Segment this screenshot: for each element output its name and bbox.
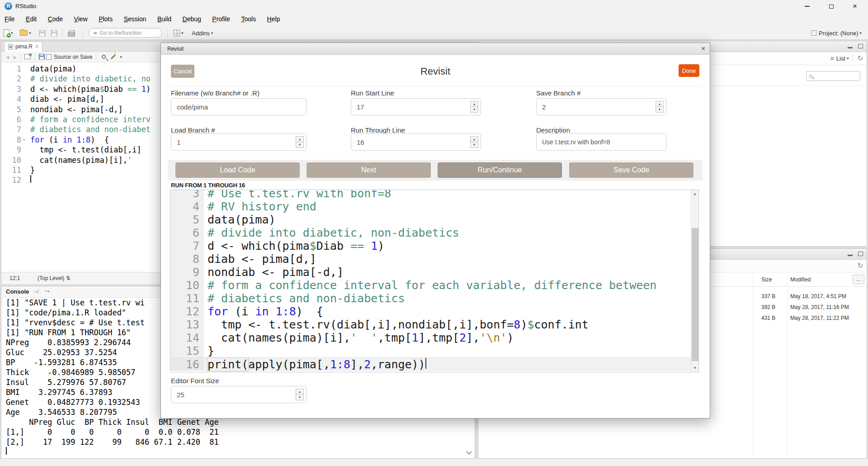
menu-plots[interactable]: Plots bbox=[94, 13, 117, 23]
run-start-stepper[interactable]: 17 ▲ ▼ bbox=[351, 98, 481, 115]
load-branch-stepper[interactable]: 1 ▲ ▼ bbox=[171, 133, 307, 151]
toolbar-separator bbox=[82, 29, 83, 38]
print-button[interactable] bbox=[68, 28, 75, 38]
menu-build[interactable]: Build bbox=[153, 13, 176, 23]
column-size[interactable]: Size bbox=[761, 276, 772, 283]
refresh-icon[interactable]: ↻ bbox=[857, 54, 863, 62]
scroll-down-icon[interactable]: ▼ bbox=[691, 364, 698, 372]
spin-up-button[interactable]: ▲ bbox=[296, 137, 303, 142]
code-scrollbar[interactable]: ▲ ▼ bbox=[691, 190, 698, 372]
goto-file-search[interactable]: ➔ bbox=[89, 28, 162, 38]
active-code-line: 16print(apply(pima[,1:8],2,range)) bbox=[170, 357, 692, 371]
goto-file-input[interactable] bbox=[99, 30, 154, 36]
minimize-pane-icon[interactable] bbox=[848, 47, 853, 48]
line-number: 6 bbox=[1, 114, 21, 124]
spin-down-button[interactable]: ▼ bbox=[471, 107, 478, 112]
spin-up-button[interactable]: ▲ bbox=[471, 101, 478, 107]
spin-up-button[interactable]: ▲ bbox=[296, 389, 303, 395]
separator bbox=[34, 53, 35, 61]
save-icon bbox=[39, 30, 46, 37]
scrollbar-thumb[interactable] bbox=[692, 228, 698, 361]
menu-debug[interactable]: Debug bbox=[178, 13, 206, 23]
scroll-up-icon[interactable]: ▲ bbox=[691, 190, 698, 198]
menu-file[interactable]: File bbox=[0, 13, 19, 23]
code-line: 3# Use t.test.rv with bonf=8 bbox=[170, 190, 692, 200]
menu-profile[interactable]: Profile bbox=[208, 13, 235, 23]
save-code-button[interactable]: Save Code bbox=[569, 162, 693, 178]
menu-tools[interactable]: Tools bbox=[236, 13, 260, 23]
line-number: 4 bbox=[170, 200, 204, 213]
tab-pima-r[interactable]: pima.R × bbox=[4, 41, 42, 52]
window-maximize-button[interactable] bbox=[821, 0, 842, 13]
popout-window-icon[interactable] bbox=[24, 54, 31, 59]
more-columns-button[interactable]: ... bbox=[853, 275, 864, 284]
environment-search-input[interactable] bbox=[815, 73, 856, 79]
save-all-button[interactable] bbox=[51, 28, 57, 38]
dialog-close-icon[interactable]: × bbox=[701, 44, 705, 52]
window-close-button[interactable]: × bbox=[844, 0, 865, 13]
addins-label: Addins bbox=[192, 30, 210, 37]
source-on-save-checkbox[interactable] bbox=[46, 54, 52, 60]
menu-view[interactable]: View bbox=[70, 13, 92, 23]
minimize-pane-icon[interactable] bbox=[848, 255, 853, 256]
window-title: RStudio bbox=[15, 3, 36, 10]
done-button[interactable]: Done bbox=[679, 64, 699, 77]
panes-layout-button[interactable]: ▾ bbox=[174, 28, 184, 38]
filename-field[interactable]: code/pima bbox=[171, 98, 307, 115]
spinner: ▲ ▼ bbox=[470, 136, 478, 148]
menu-code[interactable]: Code bbox=[43, 13, 67, 23]
spin-down-button[interactable]: ▼ bbox=[296, 142, 303, 147]
run-through-stepper[interactable]: 16 ▲ ▼ bbox=[351, 133, 481, 151]
spin-down-button[interactable]: ▼ bbox=[656, 107, 663, 112]
run-continue-button[interactable]: Run/Continue bbox=[438, 162, 562, 178]
line-number: 2 bbox=[1, 74, 21, 84]
window-minimize-button[interactable] bbox=[797, 0, 817, 13]
file-modified: May 28, 2017, 11:16 PM bbox=[790, 304, 849, 310]
spinner: ▲ ▼ bbox=[656, 101, 664, 113]
refresh-icon[interactable]: ↻ bbox=[857, 262, 863, 270]
window-bottom-edge bbox=[0, 459, 868, 466]
column-modified[interactable]: Modified bbox=[790, 276, 811, 283]
list-view-dropdown[interactable]: List bbox=[836, 55, 845, 62]
open-file-button[interactable]: ▾ bbox=[20, 28, 31, 38]
spin-down-button[interactable]: ▼ bbox=[296, 395, 303, 400]
chevron-down-icon: ▾ bbox=[29, 31, 31, 35]
next-button[interactable]: Next bbox=[307, 162, 431, 178]
spin-up-button[interactable]: ▲ bbox=[471, 137, 478, 142]
font-size-stepper[interactable]: 25 ▲ ▼ bbox=[171, 386, 307, 403]
save-button[interactable] bbox=[39, 28, 46, 38]
share-arrow-icon[interactable]: ↪ bbox=[45, 288, 50, 295]
spinner: ▲ ▼ bbox=[296, 389, 304, 400]
console-working-dir[interactable]: ~/ bbox=[34, 289, 38, 295]
tab-close-icon[interactable]: × bbox=[35, 43, 38, 50]
forward-icon[interactable]: ▸ bbox=[14, 53, 17, 61]
load-code-button[interactable]: Load Code bbox=[175, 162, 300, 178]
back-icon[interactable]: ◂ bbox=[6, 53, 9, 61]
maximize-pane-icon[interactable] bbox=[858, 252, 863, 256]
spin-down-icon: ▼ bbox=[658, 108, 661, 111]
addins-button[interactable]: Addins ▾ bbox=[192, 28, 213, 38]
dialog-code-editor[interactable]: 3# Use t.test.rv with bonf=8 4# RV histo… bbox=[170, 190, 699, 372]
code-tools-icon[interactable] bbox=[111, 54, 116, 59]
code-line: 7d <- which(pima$Diab == 1) bbox=[170, 239, 692, 252]
search-icon[interactable] bbox=[102, 55, 106, 59]
menu-session[interactable]: Session bbox=[119, 13, 151, 23]
save-icon[interactable] bbox=[39, 54, 45, 60]
spin-up-button[interactable]: ▲ bbox=[656, 101, 663, 107]
console-line: NPreg Gluc BP Thick Insul BMI Genet Age bbox=[1, 417, 475, 427]
menu-help[interactable]: Help bbox=[263, 13, 285, 23]
menu-edit[interactable]: Edit bbox=[21, 13, 41, 23]
project-selector[interactable]: Project: (None) ▾ bbox=[811, 28, 862, 38]
scope-selector[interactable]: (Top Level) ⇅ bbox=[38, 275, 71, 281]
spin-down-button[interactable]: ▼ bbox=[471, 142, 478, 147]
description-field[interactable]: Use t.test.rv with bonf=8 bbox=[536, 133, 666, 151]
text-cursor bbox=[425, 358, 426, 369]
line-number: 1 bbox=[1, 64, 21, 74]
maximize-pane-icon[interactable] bbox=[858, 44, 863, 48]
font-size-label: Editor Font Size bbox=[171, 377, 219, 385]
fold-icon[interactable]: ▾ bbox=[21, 135, 27, 145]
dialog-titlebar[interactable]: Revisit × bbox=[161, 43, 710, 55]
environment-search-box[interactable] bbox=[806, 71, 860, 81]
save-branch-stepper[interactable]: 2 ▲ ▼ bbox=[536, 98, 666, 115]
new-file-button[interactable]: ▾ bbox=[4, 28, 13, 38]
